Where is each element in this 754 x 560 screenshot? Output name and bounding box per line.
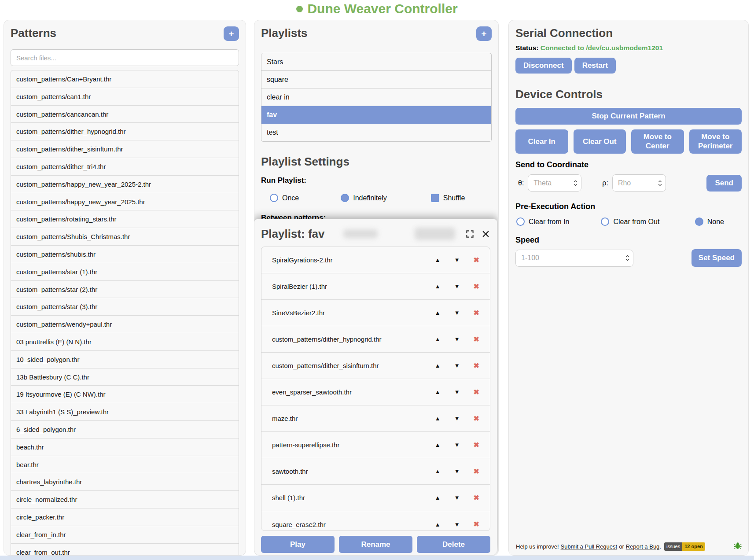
pattern-file-row[interactable]: 13b Battlesbury (C C).thr [11,368,239,386]
playlist-row[interactable]: test [261,124,491,141]
remove-item-button[interactable]: ✖ [474,442,479,449]
move-down-button[interactable]: ▼ [454,363,460,368]
move-up-button[interactable]: ▲ [435,495,441,501]
restart-button[interactable]: Restart [574,58,616,74]
playlist-row[interactable]: clear in [261,88,491,106]
remove-item-button[interactable]: ✖ [474,309,479,317]
move-down-button[interactable]: ▼ [454,310,460,316]
move-up-button[interactable]: ▲ [435,310,441,316]
pattern-file-row[interactable]: custom_patterns/can1.thr [11,88,239,106]
rename-button[interactable]: Rename [339,536,412,553]
move-down-button[interactable]: ▼ [454,442,460,448]
move-up-button[interactable]: ▲ [435,416,441,421]
playlist-row[interactable]: square [261,71,491,88]
move-down-button[interactable]: ▼ [454,522,460,527]
pattern-file-row[interactable]: custom_patterns/star (2).thr [11,281,239,298]
pattern-file-row[interactable]: 33 Labyrinth1 (S S)_preview.thr [11,403,239,421]
pattern-file-row[interactable]: custom_patterns/dither_hypnogrid.thr [11,123,239,140]
disconnect-button[interactable]: Disconnect [515,58,572,74]
serial-connection-title: Serial Connection [515,26,742,40]
pattern-file-row[interactable]: custom_patterns/shubis.thr [11,246,239,263]
move-down-button[interactable]: ▼ [454,416,460,421]
pattern-file-row[interactable]: custom_patterns/star (1).thr [11,263,239,281]
pattern-file-row[interactable]: circle_packer.thr [11,508,239,526]
pattern-file-row[interactable]: clear_from_out.thr [11,544,239,556]
stepper-icon[interactable] [658,180,662,186]
remove-item-button[interactable]: ✖ [474,521,479,528]
search-input[interactable] [11,49,239,66]
run-option-indefinitely[interactable]: Indefinitely [341,194,387,202]
send-button[interactable]: Send [706,175,742,192]
remove-item-button[interactable]: ✖ [474,283,479,290]
move-up-button[interactable]: ▲ [435,257,441,263]
pattern-file-row[interactable]: beach.thr [11,438,239,456]
pattern-file-row[interactable]: custom_patterns/dither_tri4.thr [11,158,239,176]
remove-item-button[interactable]: ✖ [474,468,479,475]
stepper-icon[interactable] [625,255,629,261]
close-icon[interactable] [481,229,490,239]
pull-request-link[interactable]: Submit a Pull Request [561,543,618,550]
pattern-file-row[interactable]: custom_patterns/happy_new_year_2025.thr [11,193,239,211]
stepper-icon[interactable] [574,180,577,186]
pattern-file-row[interactable]: circle_normalized.thr [11,491,239,508]
pattern-file-row[interactable]: custom_patterns/dither_sisinfturn.thr [11,140,239,158]
pattern-file-row[interactable]: 03 pnuttrellis (E) (N N).thr [11,333,239,351]
pattern-file-row[interactable]: 19 Itsyourmove (E) (C NW).thr [11,386,239,403]
stop-current-pattern-button[interactable]: Stop Current Pattern [515,108,742,125]
clear-in-button[interactable]: Clear In [515,129,568,154]
remove-item-button[interactable]: ✖ [474,362,479,369]
move-up-button[interactable]: ▲ [435,363,441,368]
run-option-once[interactable]: Once [270,194,299,202]
move-down-button[interactable]: ▼ [454,389,460,395]
pattern-file-row[interactable]: 10_sided_polygon.thr [11,351,239,368]
move-down-button[interactable]: ▼ [454,284,460,289]
move-to-center-button[interactable]: Move to Center [631,129,684,154]
playlist-row[interactable]: Stars [261,53,491,71]
preexec-none[interactable]: None [695,217,724,226]
issues-badge[interactable]: issues 12 open [664,542,705,551]
pattern-file-row[interactable]: custom_patterns/Shubis_Christmas.thr [11,228,239,246]
pattern-file-row[interactable]: custom_patterns/Can+Bryant.thr [11,70,239,88]
preexec-clear-from-in[interactable]: Clear from In [516,217,569,226]
playlist-item-name: SpiralGyrations-2.thr [261,256,333,264]
move-down-button[interactable]: ▼ [454,495,460,501]
pattern-file-row[interactable]: custom_patterns/star (3).thr [11,298,239,316]
move-down-button[interactable]: ▼ [454,257,460,263]
remove-item-button[interactable]: ✖ [474,389,479,396]
pattern-file-row[interactable]: custom_patterns/happy_new_year_2025-2.th… [11,176,239,193]
playlist-row[interactable]: fav [261,106,491,124]
move-up-button[interactable]: ▲ [435,336,441,342]
clear-out-button[interactable]: Clear Out [574,129,626,154]
pattern-file-row[interactable]: clear_from_in.thr [11,526,239,544]
move-up-button[interactable]: ▲ [435,442,441,448]
pattern-file-row[interactable]: custom_patterns/cancancan.thr [11,106,239,123]
pattern-file-row[interactable]: custom_patterns/rotating_stars.thr [11,210,239,228]
report-bug-link[interactable]: Report a Bug [626,543,660,550]
fullscreen-icon[interactable] [465,229,475,239]
add-pattern-button[interactable]: + [224,26,239,41]
move-up-button[interactable]: ▲ [435,284,441,289]
move-to-perimeter-button[interactable]: Move to Perimeter [689,129,742,154]
speed-input[interactable] [515,250,633,267]
move-up-button[interactable]: ▲ [435,522,441,527]
add-playlist-button[interactable]: + [476,26,492,41]
pattern-file-row[interactable]: 6_sided_polygon.thr [11,421,239,438]
pattern-file-row[interactable]: chartres_labyrinthe.thr [11,473,239,491]
delete-button[interactable]: Delete [417,536,490,553]
remove-item-button[interactable]: ✖ [474,336,479,343]
preexec-clear-from-out[interactable]: Clear from Out [601,217,659,226]
pattern-file-row[interactable]: bear.thr [11,456,239,474]
move-down-button[interactable]: ▼ [454,336,460,342]
remove-item-button[interactable]: ✖ [474,257,479,264]
move-up-button[interactable]: ▲ [435,389,441,395]
shuffle-option[interactable]: Shuffle [431,194,465,202]
set-speed-button[interactable]: Set Speed [691,249,742,267]
play-button[interactable]: Play [261,536,335,553]
playlist-item-name: even_sparser_sawtooth.thr [261,388,352,396]
move-down-button[interactable]: ▼ [454,468,460,474]
pattern-file-row[interactable]: custom_patterns/wendy+paul.thr [11,316,239,333]
move-up-button[interactable]: ▲ [435,468,441,474]
remove-item-button[interactable]: ✖ [474,494,479,501]
remove-item-button[interactable]: ✖ [474,415,479,422]
page-title-text: Dune Weaver Controller [307,1,457,16]
